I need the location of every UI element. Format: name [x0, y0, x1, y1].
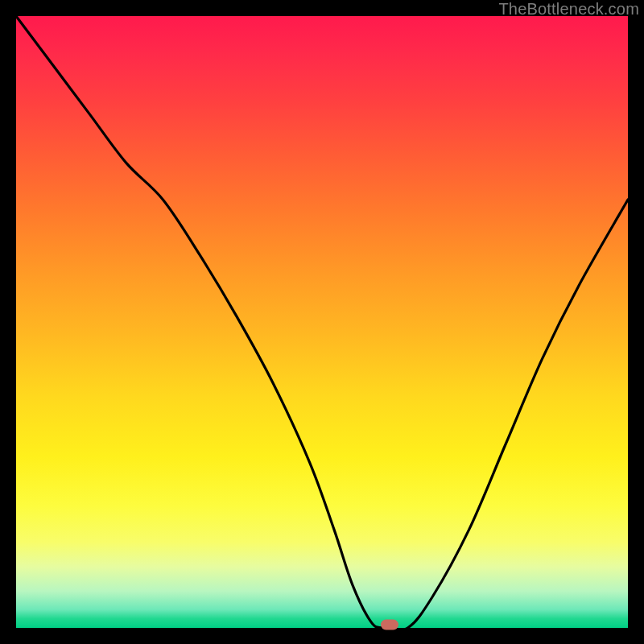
- attribution-text: TheBottleneck.com: [498, 0, 639, 19]
- chart-svg: [16, 16, 628, 628]
- chart-frame: TheBottleneck.com: [0, 0, 644, 644]
- bottleneck-curve: [16, 16, 628, 630]
- optimal-point-marker: [381, 620, 398, 630]
